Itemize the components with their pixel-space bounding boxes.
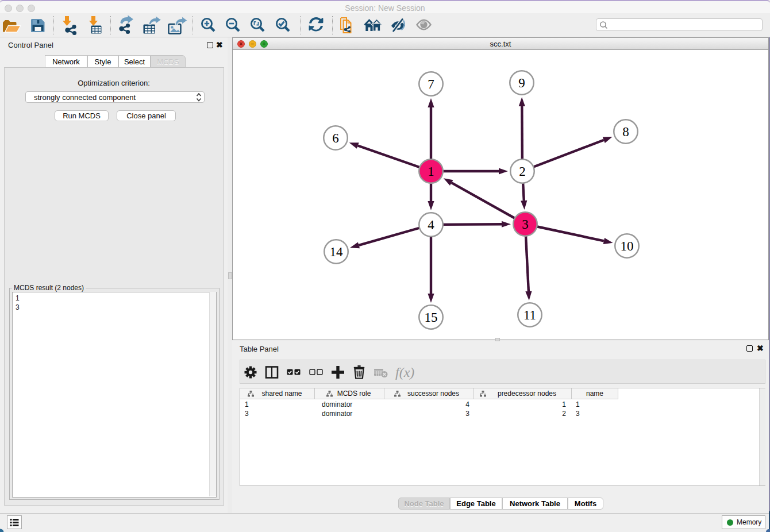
svg-text:10: 10 [621,239,634,253]
svg-text:f(x): f(x) [395,365,414,380]
svg-text:11: 11 [523,308,536,322]
svg-text:1: 1 [428,164,434,179]
svg-text:3: 3 [522,217,529,232]
svg-text:4: 4 [428,218,434,232]
svg-text:15: 15 [425,310,438,325]
svg-text:14: 14 [330,245,344,259]
svg-text:8: 8 [622,125,629,139]
svg-text:9: 9 [518,76,525,90]
svg-text:6: 6 [332,131,339,145]
svg-text:7: 7 [428,77,434,91]
svg-text:2: 2 [519,164,526,179]
